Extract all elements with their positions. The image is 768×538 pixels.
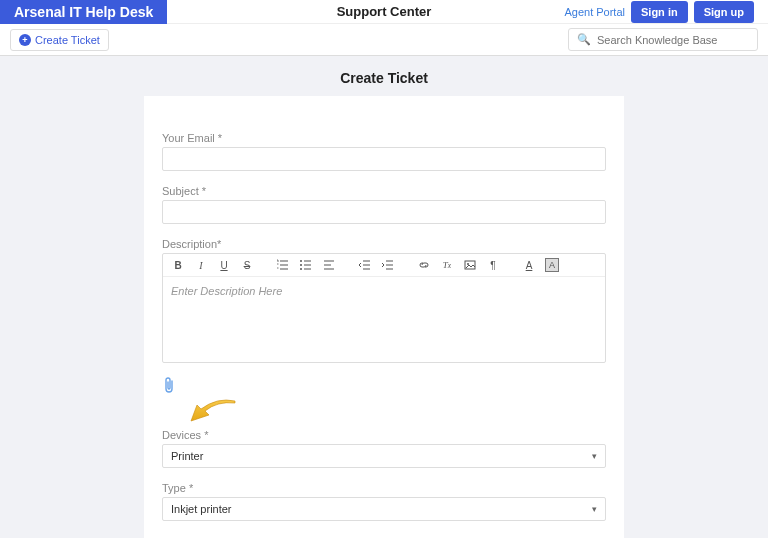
- support-center-title: Support Center: [337, 4, 432, 19]
- attachment-icon[interactable]: [162, 381, 176, 398]
- email-field-group: Your Email *: [162, 132, 606, 171]
- description-label: Description*: [162, 238, 606, 250]
- chevron-down-icon: ▾: [592, 451, 597, 461]
- search-icon: 🔍: [577, 33, 591, 46]
- ordered-list-icon[interactable]: [276, 258, 290, 272]
- topbar: Arsenal IT Help Desk Support Center Agen…: [0, 0, 768, 24]
- svg-point-2: [300, 268, 302, 270]
- underline-icon[interactable]: U: [217, 258, 231, 272]
- devices-field-group: Devices * Printer ▾: [162, 429, 606, 468]
- top-links: Agent Portal Sign in Sign up: [564, 1, 768, 23]
- description-textarea[interactable]: Enter Description Here: [163, 277, 605, 362]
- sign-in-button[interactable]: Sign in: [631, 1, 688, 23]
- rte-toolbar: B I U S: [163, 254, 605, 277]
- arrow-annotation: [162, 411, 606, 429]
- text-color-icon[interactable]: A: [522, 258, 536, 272]
- strikethrough-icon[interactable]: S: [240, 258, 254, 272]
- create-ticket-nav-label: Create Ticket: [35, 34, 100, 46]
- email-input[interactable]: [162, 147, 606, 171]
- text-bg-icon[interactable]: A: [545, 258, 559, 272]
- sign-up-button[interactable]: Sign up: [694, 1, 754, 23]
- outdent-icon[interactable]: [358, 258, 372, 272]
- agent-portal-link[interactable]: Agent Portal: [564, 6, 625, 18]
- subject-field-group: Subject *: [162, 185, 606, 224]
- chevron-down-icon: ▾: [592, 504, 597, 514]
- type-value: Inkjet printer: [171, 503, 232, 515]
- type-label: Type *: [162, 482, 606, 494]
- attachment-row: [162, 377, 606, 399]
- unordered-list-icon[interactable]: [299, 258, 313, 272]
- description-field-group: Description* B I U S: [162, 238, 606, 363]
- bold-icon[interactable]: B: [171, 258, 185, 272]
- devices-label: Devices *: [162, 429, 606, 441]
- ticket-form-card: Your Email * Subject * Description* B I …: [144, 96, 624, 538]
- svg-point-0: [300, 260, 302, 262]
- clear-format-icon[interactable]: Tx: [440, 258, 454, 272]
- image-icon[interactable]: [463, 258, 477, 272]
- subject-input[interactable]: [162, 200, 606, 224]
- type-select[interactable]: Inkjet printer ▾: [162, 497, 606, 521]
- italic-icon[interactable]: I: [194, 258, 208, 272]
- subbar: + Create Ticket 🔍: [0, 24, 768, 56]
- link-icon[interactable]: [417, 258, 431, 272]
- devices-value: Printer: [171, 450, 203, 462]
- plus-circle-icon: +: [19, 34, 31, 46]
- type-field-group: Type * Inkjet printer ▾: [162, 482, 606, 521]
- paragraph-icon[interactable]: ¶: [486, 258, 500, 272]
- devices-select[interactable]: Printer ▾: [162, 444, 606, 468]
- rich-text-editor: B I U S: [162, 253, 606, 363]
- indent-icon[interactable]: [381, 258, 395, 272]
- align-icon[interactable]: [322, 258, 336, 272]
- kb-search-input[interactable]: [597, 34, 749, 46]
- kb-search-wrap[interactable]: 🔍: [568, 28, 758, 51]
- email-label: Your Email *: [162, 132, 606, 144]
- brand-title: Arsenal IT Help Desk: [0, 0, 167, 24]
- create-ticket-nav-button[interactable]: + Create Ticket: [10, 29, 109, 51]
- svg-point-1: [300, 264, 302, 266]
- subject-label: Subject *: [162, 185, 606, 197]
- page-title: Create Ticket: [0, 70, 768, 86]
